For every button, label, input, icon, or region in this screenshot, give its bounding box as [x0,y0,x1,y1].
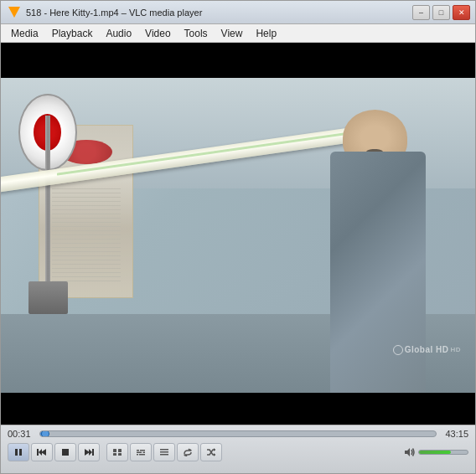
svg-rect-15 [137,452,142,454]
stop-button[interactable] [54,443,76,461]
volume-icon[interactable] [404,447,416,457]
playlist-button[interactable] [153,443,175,461]
volume-fill [419,451,451,454]
time-current: 00:31 [8,429,34,439]
volume-track[interactable] [418,450,468,455]
next-chapter-icon [84,448,94,456]
extended-settings-icon [136,448,146,456]
window-controls: – □ ✕ [412,5,470,20]
menu-tools[interactable]: Tools [178,26,215,41]
stop-icon [61,448,70,456]
vlc-cone-shape [8,7,20,18]
menu-view[interactable]: View [215,26,250,41]
loop-button[interactable] [177,443,199,461]
letterbox-top [1,43,475,78]
video-area[interactable]: Global HD HD [1,43,475,425]
svg-marker-4 [39,449,42,456]
svg-rect-5 [62,449,69,456]
loop-icon [183,448,193,456]
svg-rect-20 [160,451,168,453]
video-scene: Global HD HD [1,78,475,393]
watermark-globe-icon [393,345,403,355]
menu-video[interactable]: Video [138,26,177,41]
svg-rect-18 [139,454,145,456]
svg-rect-16 [143,452,146,454]
volume-area [404,447,468,457]
menu-media[interactable]: Media [4,26,45,41]
next-chapter-button[interactable] [78,443,100,461]
letterbox-bottom [1,393,475,425]
extended-settings-button[interactable] [130,443,152,461]
svg-rect-19 [160,449,168,451]
svg-rect-13 [137,450,139,451]
svg-rect-12 [118,453,122,456]
video-frame: Global HD HD [1,43,475,425]
watermark-hd: HD [450,346,461,353]
playlist-icon [159,448,169,456]
pause-icon [14,448,23,456]
pause-button[interactable] [8,443,29,461]
title-bar-left: 518 - Here Kitty-1.mp4 – VLC media playe… [8,6,202,19]
progress-handle[interactable] [41,430,49,437]
svg-rect-1 [19,449,22,456]
random-button[interactable] [200,443,222,461]
svg-rect-0 [15,449,18,456]
svg-rect-9 [113,449,116,452]
watermark-text: Global HD [405,345,449,354]
progress-track[interactable] [39,430,437,437]
buttons-row [8,443,468,461]
playlist-view-icon [112,448,122,456]
title-bar: 518 - Here Kitty-1.mp4 – VLC media playe… [1,1,475,24]
svg-rect-6 [92,449,94,456]
minimize-button[interactable]: – [412,5,430,20]
svg-marker-26 [405,448,410,456]
prev-chapter-button[interactable] [31,443,53,461]
svg-rect-2 [37,449,39,456]
vlc-logo-icon [8,6,21,19]
watermark: Global HD HD [393,345,461,355]
svg-marker-8 [89,449,92,456]
svg-marker-25 [214,453,215,456]
menu-help[interactable]: Help [249,26,283,41]
playlist-view-button[interactable] [106,443,128,461]
char-body [330,152,425,393]
progress-row: 00:31 43:15 [8,429,468,439]
vlc-window: 518 - Here Kitty-1.mp4 – VLC media playe… [0,0,476,474]
svg-marker-24 [214,448,215,451]
prev-chapter-icon [37,448,47,456]
controls-bar: 00:31 43:15 [1,425,475,473]
menu-audio[interactable]: Audio [99,26,138,41]
time-total: 43:15 [442,429,468,439]
close-button[interactable]: ✕ [453,5,470,20]
svg-rect-14 [140,450,145,451]
svg-rect-21 [160,454,168,456]
svg-rect-11 [113,453,116,456]
svg-rect-17 [137,454,138,456]
speaker-icon [404,447,416,457]
svg-rect-10 [118,449,122,452]
menu-playback[interactable]: Playback [45,26,100,41]
maximize-button[interactable]: □ [432,5,450,20]
random-icon [206,448,216,456]
menu-bar: Media Playback Audio Video Tools View He… [1,24,475,43]
window-title: 518 - Here Kitty-1.mp4 – VLC media playe… [26,8,202,18]
